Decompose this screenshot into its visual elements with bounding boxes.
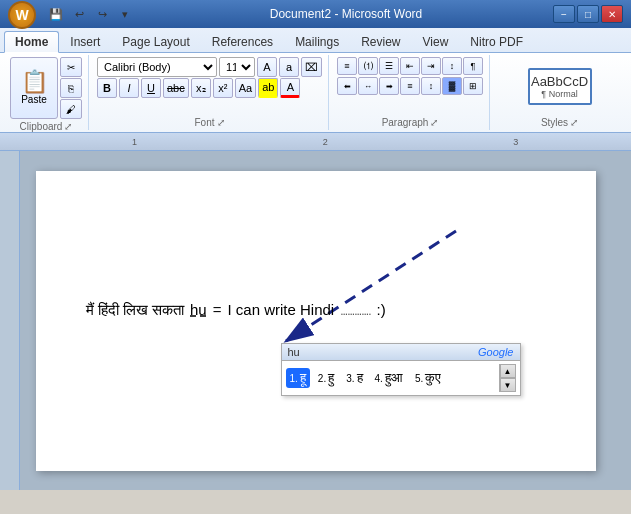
shading-button[interactable]: ▓: [442, 77, 462, 95]
font-color-button[interactable]: A: [280, 78, 300, 98]
document-page[interactable]: मैं हिंदी लिख सकता hu = I can write Hind…: [36, 171, 596, 471]
tab-home[interactable]: Home: [4, 31, 59, 53]
dotted-line: .............: [340, 304, 370, 318]
format-painter-button[interactable]: 🖌: [60, 99, 82, 119]
autocomplete-item-3[interactable]: 3. ह: [342, 368, 366, 388]
superscript-button[interactable]: x²: [213, 78, 233, 98]
clipboard-controls: 📋 Paste ✂ ⎘ 🖌: [10, 57, 82, 119]
normal-style-item[interactable]: AaBbCcD ¶ Normal: [528, 68, 592, 105]
autocomplete-query: hu: [288, 346, 300, 358]
font-grow-button[interactable]: A: [257, 57, 277, 77]
autocomplete-item-4[interactable]: 4. हुआ: [371, 368, 407, 388]
line-spacing-button[interactable]: ↕: [421, 77, 441, 95]
clipboard-dialog-launcher[interactable]: ⤢: [64, 121, 72, 132]
paste-label: Paste: [21, 94, 47, 105]
autocomplete-scroll-up[interactable]: ▲: [500, 364, 516, 378]
cut-button[interactable]: ✂: [60, 57, 82, 77]
borders-button[interactable]: ⊞: [463, 77, 483, 95]
office-logo[interactable]: W: [8, 1, 36, 29]
strikethrough-button[interactable]: abc: [163, 78, 189, 98]
document-text-line[interactable]: मैं हिंदी लिख सकता hu = I can write Hind…: [86, 301, 386, 319]
tab-insert[interactable]: Insert: [59, 31, 111, 52]
autocomplete-item-5[interactable]: 5. कुए: [411, 368, 445, 388]
para-row-2: ⬅ ↔ ➡ ≡ ↕ ▓ ⊞: [337, 77, 483, 95]
title-bar-left: W 💾 ↩ ↪ ▾: [8, 0, 139, 29]
sort-button[interactable]: ↕: [442, 57, 462, 75]
closing-text: :): [377, 301, 386, 318]
window-title: Document2 - Microsoft Word: [270, 7, 423, 21]
ribbon: Home Insert Page Layout References Maili…: [0, 28, 631, 133]
typed-text: hu: [190, 301, 207, 318]
numbering-button[interactable]: ⑴: [358, 57, 378, 75]
clipboard-label: Clipboard ⤢: [20, 121, 73, 132]
paragraph-controls: ≡ ⑴ ☰ ⇤ ⇥ ↕ ¶ ⬅ ↔ ➡ ≡ ↕ ▓ ⊞: [337, 57, 483, 115]
ribbon-tabs: Home Insert Page Layout References Maili…: [0, 28, 631, 52]
styles-dialog-launcher[interactable]: ⤢: [570, 117, 578, 128]
justify-button[interactable]: ≡: [400, 77, 420, 95]
title-bar: W 💾 ↩ ↪ ▾ Document2 - Microsoft Word − □…: [0, 0, 631, 28]
styles-controls: AaBbCcD ¶ Normal: [498, 57, 621, 115]
styles-group: AaBbCcD ¶ Normal Styles ⤢: [492, 55, 627, 130]
close-button[interactable]: ✕: [601, 5, 623, 23]
decrease-indent-button[interactable]: ⇤: [400, 57, 420, 75]
left-margin: [0, 151, 20, 490]
english-text: I can write Hindi: [227, 301, 334, 318]
tab-references[interactable]: References: [201, 31, 284, 52]
paste-icon: 📋: [21, 71, 48, 93]
paragraph-dialog-launcher[interactable]: ⤢: [430, 117, 438, 128]
align-left-button[interactable]: ⬅: [337, 77, 357, 95]
underline-button[interactable]: U: [141, 78, 161, 98]
maximize-button[interactable]: □: [577, 5, 599, 23]
tab-mailings[interactable]: Mailings: [284, 31, 350, 52]
font-size-select[interactable]: 11: [219, 57, 255, 77]
autocomplete-item-1[interactable]: 1. हू: [286, 368, 310, 388]
align-center-button[interactable]: ↔: [358, 77, 378, 95]
paste-button[interactable]: 📋 Paste: [10, 57, 58, 119]
bullets-button[interactable]: ≡: [337, 57, 357, 75]
multilevel-button[interactable]: ☰: [379, 57, 399, 75]
clipboard-group: 📋 Paste ✂ ⎘ 🖌 Clipboard ⤢: [4, 55, 89, 130]
ruler-mark-3: 3: [513, 137, 518, 147]
undo-qat-button[interactable]: ↩: [69, 5, 89, 23]
clipboard-small-buttons: ✂ ⎘ 🖌: [60, 57, 82, 119]
tab-review[interactable]: Review: [350, 31, 411, 52]
window-controls: − □ ✕: [553, 5, 623, 23]
copy-button[interactable]: ⎘: [60, 78, 82, 98]
paragraph-group: ≡ ⑴ ☰ ⇤ ⇥ ↕ ¶ ⬅ ↔ ➡ ≡ ↕ ▓ ⊞: [331, 55, 490, 130]
increase-indent-button[interactable]: ⇥: [421, 57, 441, 75]
font-row-2: B I U abc x₂ x² Aa ab A: [97, 78, 300, 98]
highlight-button[interactable]: ab: [258, 78, 278, 98]
font-group: Calibri (Body) 11 A a ⌧ B I U abc x₂ x²: [91, 55, 329, 130]
tab-view[interactable]: View: [412, 31, 460, 52]
autocomplete-items: 1. हू 2. हु 3. ह 4. हुआ 5. कुए: [282, 361, 520, 395]
separator-text: =: [213, 301, 222, 318]
hindi-text: मैं हिंदी लिख सकता: [86, 301, 185, 319]
autocomplete-scrollbar: ▲ ▼: [499, 364, 516, 392]
font-shrink-button[interactable]: a: [279, 57, 299, 77]
show-marks-button[interactable]: ¶: [463, 57, 483, 75]
ruler-marks: 1 2 3: [39, 137, 611, 147]
subscript-button[interactable]: x₂: [191, 78, 211, 98]
font-dialog-launcher[interactable]: ⤢: [217, 117, 225, 128]
minimize-button[interactable]: −: [553, 5, 575, 23]
save-qat-button[interactable]: 💾: [46, 5, 66, 23]
qat-dropdown-button[interactable]: ▾: [115, 5, 135, 23]
align-right-button[interactable]: ➡: [379, 77, 399, 95]
change-case-button[interactable]: Aa: [235, 78, 256, 98]
font-label: Font ⤢: [194, 117, 224, 128]
bold-button[interactable]: B: [97, 78, 117, 98]
autocomplete-scroll-down[interactable]: ▼: [500, 378, 516, 392]
autocomplete-header: hu Google: [282, 344, 520, 361]
font-face-select[interactable]: Calibri (Body): [97, 57, 217, 77]
quick-access-toolbar: 💾 ↩ ↪ ▾: [42, 5, 139, 23]
redo-qat-button[interactable]: ↪: [92, 5, 112, 23]
italic-button[interactable]: I: [119, 78, 139, 98]
tab-nitro-pdf[interactable]: Nitro PDF: [459, 31, 534, 52]
ribbon-content: 📋 Paste ✂ ⎘ 🖌 Clipboard ⤢ Calibri (Body: [0, 52, 631, 132]
clear-formatting-button[interactable]: ⌧: [301, 57, 322, 77]
autocomplete-popup: hu Google 1. हू 2. हु 3. ह 4. हुआ: [281, 343, 521, 396]
styles-label: Styles ⤢: [541, 117, 578, 128]
tab-page-layout[interactable]: Page Layout: [111, 31, 200, 52]
font-controls: Calibri (Body) 11 A a ⌧ B I U abc x₂ x²: [97, 57, 322, 115]
autocomplete-item-2[interactable]: 2. हु: [314, 368, 338, 388]
